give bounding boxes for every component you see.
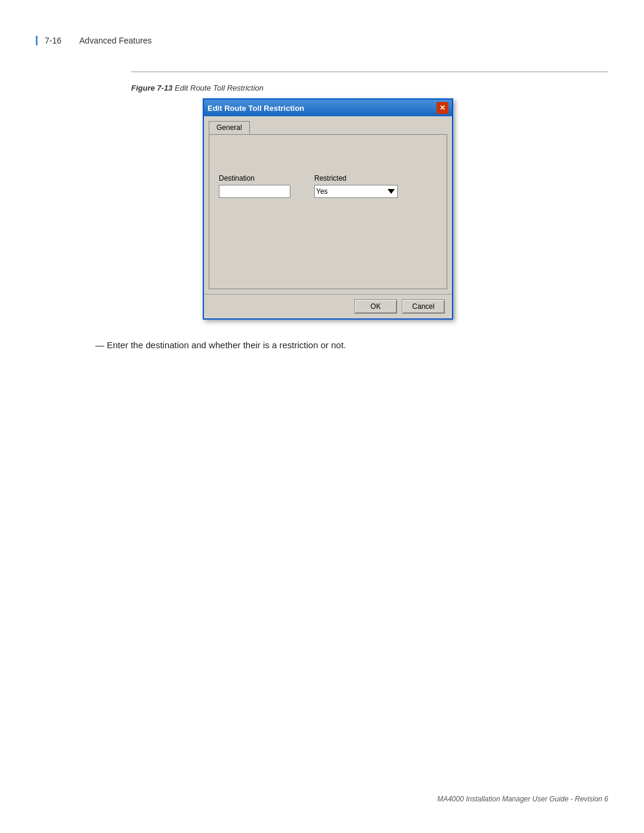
figure-caption: Figure 7-13 Edit Route Toll Restriction [131,83,264,92]
cancel-button[interactable]: Cancel [402,299,445,314]
header-divider [131,72,608,72]
dialog-window: Edit Route Toll Restriction ✕ General De… [203,98,453,320]
dialog-title: Edit Route Toll Restriction [208,104,304,113]
dialog-tabs: General [209,121,447,134]
tab-panel-general: Destination Restricted Yes No [209,134,447,289]
figure-description: Edit Route Toll Restriction [175,83,264,92]
destination-label: Destination [219,174,290,182]
dialog-content: General Destination Restricted Yes [204,116,452,294]
dialog-titlebar: Edit Route Toll Restriction ✕ [204,100,452,116]
dialog-button-bar: OK Cancel [204,294,452,318]
close-button[interactable]: ✕ [436,102,448,114]
page-footer: MA4000 Installation Manager User Guide -… [437,795,608,803]
form-fields-row: Destination Restricted Yes No [219,174,437,198]
figure-number: Figure 7-13 [131,83,172,92]
restricted-label: Restricted [314,174,398,182]
page-title: Advanced Features [79,36,151,45]
dialog-container: Edit Route Toll Restriction ✕ General De… [203,98,453,320]
page-number: 7-16 [45,36,61,45]
tab-general[interactable]: General [209,121,250,134]
restricted-select[interactable]: Yes No [314,185,398,198]
page-header: 7-16 Advanced Features [36,36,608,45]
ok-button[interactable]: OK [354,299,397,314]
destination-field-group: Destination [219,174,290,198]
destination-input[interactable] [219,185,290,198]
restricted-field-group: Restricted Yes No [314,174,398,198]
body-text: — Enter the destination and whether thei… [95,340,346,350]
